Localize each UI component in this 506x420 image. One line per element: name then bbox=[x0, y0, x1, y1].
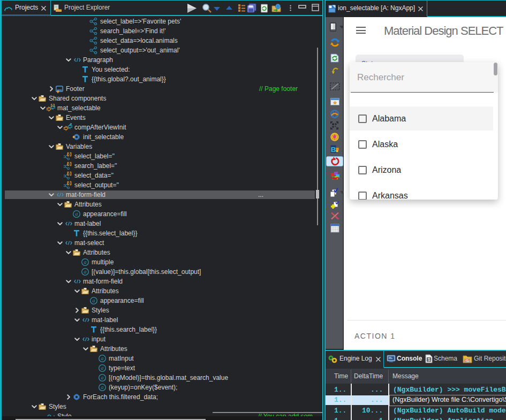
svg-text:a: a bbox=[101, 355, 104, 361]
svg-text:B: B bbox=[331, 146, 336, 154]
svg-text:a: a bbox=[101, 365, 104, 371]
svg-text:a: a bbox=[84, 269, 87, 274]
svg-text:a: a bbox=[101, 384, 104, 390]
svg-text:a: a bbox=[101, 375, 104, 380]
svg-text:a: a bbox=[93, 297, 95, 303]
svg-text:S: S bbox=[427, 357, 431, 362]
svg-text:a: a bbox=[75, 211, 78, 217]
svg-text:a: a bbox=[84, 259, 87, 265]
svg-text:GIT: GIT bbox=[465, 359, 470, 362]
